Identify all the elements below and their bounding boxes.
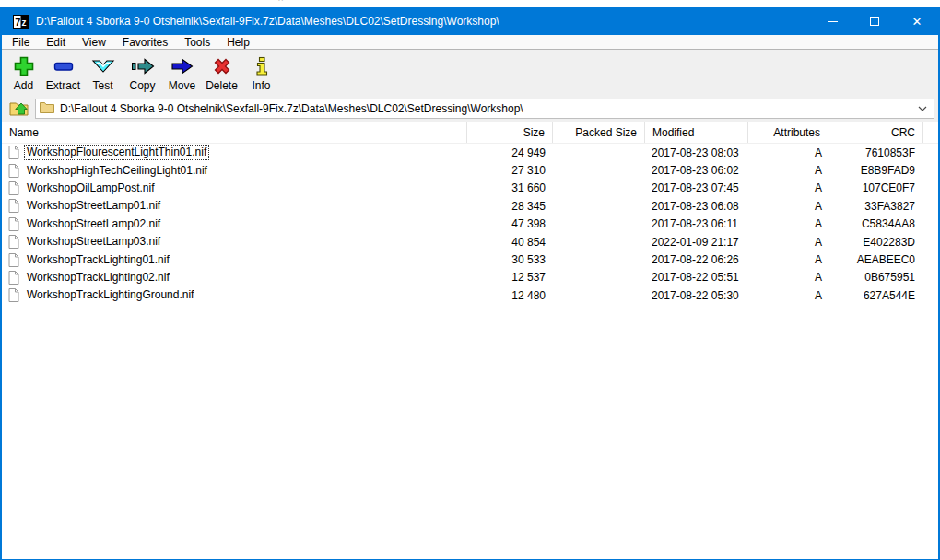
chevron-down-icon[interactable] [915, 106, 930, 111]
file-name: WorkshopOilLampPost.nif [24, 181, 158, 196]
file-attributes: A [748, 217, 828, 230]
close-button[interactable]: ✕ [896, 7, 938, 35]
file-icon [8, 217, 19, 231]
file-attributes: A [748, 236, 828, 249]
minimize-button[interactable] [811, 7, 853, 35]
maximize-button[interactable] [853, 7, 896, 35]
file-modified: 2017-08-23 07:45 [645, 181, 748, 194]
address-path: D:\Fallout 4 Sborka 9-0 Otshelnik\Sexfal… [60, 102, 915, 115]
close-icon: ✕ [912, 16, 922, 28]
background-strip: ⌃ [0, 0, 940, 7]
svg-text:z: z [22, 17, 27, 27]
column-header-packed-size[interactable]: Packed Size [553, 122, 645, 143]
menu-item-favorites[interactable]: Favorites [114, 35, 176, 50]
file-size: 31 660 [467, 181, 553, 194]
file-name-cell: WorkshopStreetLamp01.nif [2, 198, 467, 214]
file-name: WorkshopFlourescentLightThin01.nif [24, 145, 209, 160]
copy-button[interactable]: Copy [123, 52, 162, 92]
screen: ⌃ 7 z D:\Fallout 4 Sborka 9-0 Otshelnik\… [0, 0, 940, 560]
file-list: NameSizePacked SizeModifiedAttributesCRC… [2, 122, 938, 558]
file-size: 28 345 [467, 200, 553, 213]
file-crc: 627A544E [828, 289, 923, 302]
file-name: WorkshopTrackLighting01.nif [24, 252, 172, 268]
toolbar-button-label: Info [252, 79, 270, 92]
file-name: WorkshopStreetLamp02.nif [24, 216, 163, 232]
file-modified: 2017-08-23 06:02 [645, 164, 748, 177]
file-crc: E402283D [828, 236, 923, 249]
file-size: 12 480 [467, 289, 553, 302]
file-icon [8, 146, 19, 159]
file-icon [8, 288, 19, 302]
column-header-attributes[interactable]: Attributes [748, 122, 828, 143]
file-name-cell: WorkshopFlourescentLightThin01.nif [2, 145, 467, 160]
file-modified: 2017-08-23 06:08 [645, 200, 748, 213]
menu-item-help[interactable]: Help [218, 35, 258, 50]
extract-button[interactable]: Extract [43, 52, 83, 92]
up-one-level-button[interactable] [6, 98, 33, 120]
menu-item-tools[interactable]: Tools [176, 35, 218, 50]
file-row[interactable]: WorkshopStreetLamp02.nif47 3982017-08-23… [2, 216, 938, 233]
file-crc: E8B9FAD9 [828, 164, 923, 177]
file-row[interactable]: WorkshopFlourescentLightThin01.nif24 949… [2, 144, 938, 161]
file-crc: 107CE0F7 [828, 181, 923, 194]
file-name-cell: WorkshopStreetLamp02.nif [2, 216, 467, 232]
7zip-window: 7 z D:\Fallout 4 Sborka 9-0 Otshelnik\Se… [0, 7, 940, 560]
file-row[interactable]: WorkshopTrackLightingGround.nif12 480201… [2, 286, 938, 304]
info-icon [251, 54, 273, 78]
menu-item-edit[interactable]: Edit [38, 35, 74, 50]
file-modified: 2017-08-22 05:51 [645, 271, 748, 284]
file-modified: 2017-08-22 05:30 [645, 289, 748, 302]
maximize-icon [870, 17, 879, 26]
file-row[interactable]: WorkshopStreetLamp01.nif28 3452017-08-23… [2, 197, 938, 215]
delete-button[interactable]: Delete [202, 52, 241, 92]
file-row[interactable]: WorkshopHighTechCeilingLight01.nif27 310… [2, 161, 938, 179]
file-name-cell: WorkshopHighTechCeilingLight01.nif [2, 163, 467, 179]
file-name-cell: WorkshopStreetLamp03.nif [2, 234, 467, 250]
move-arrow-icon [170, 54, 195, 78]
column-header-modified[interactable]: Modified [645, 122, 748, 143]
file-name: WorkshopTrackLighting02.nif [24, 270, 172, 286]
column-header-size[interactable]: Size [467, 122, 553, 143]
menu-item-file[interactable]: File [4, 35, 38, 50]
menu-item-view[interactable]: View [74, 35, 114, 50]
file-row[interactable]: WorkshopTrackLighting02.nif12 5372017-08… [2, 269, 938, 286]
toolbar-button-label: Extract [46, 79, 80, 92]
address-bar: D:\Fallout 4 Sborka 9-0 Otshelnik\Sexfal… [2, 95, 938, 122]
add-button[interactable]: Add [4, 52, 43, 92]
title-bar: 7 z D:\Fallout 4 Sborka 9-0 Otshelnik\Se… [2, 7, 938, 35]
svg-text:7: 7 [15, 16, 20, 27]
file-icon [8, 253, 19, 267]
file-crc: C5834AA8 [828, 217, 923, 230]
file-row[interactable]: WorkshopTrackLighting01.nif30 5332017-08… [2, 251, 938, 268]
info-button[interactable]: Info [241, 52, 281, 92]
file-size: 12 537 [467, 271, 553, 284]
file-row[interactable]: WorkshopStreetLamp03.nif40 8542022-01-09… [2, 233, 938, 251]
toolbar-button-label: Test [92, 79, 112, 92]
menu-bar: FileEditViewFavoritesToolsHelp [2, 35, 938, 50]
file-row[interactable]: WorkshopOilLampPost.nif31 6602017-08-23 … [2, 180, 938, 197]
file-attributes: A [748, 253, 828, 266]
file-attributes: A [748, 146, 828, 159]
test-button[interactable]: Test [83, 52, 123, 92]
file-size: 24 949 [467, 146, 553, 159]
file-attributes: A [748, 289, 828, 302]
file-size: 30 533 [467, 253, 553, 266]
file-name: WorkshopStreetLamp01.nif [24, 198, 163, 214]
file-crc: AEABEEC0 [828, 253, 923, 266]
add-plus-icon [13, 54, 35, 78]
file-icon [8, 164, 19, 178]
toolbar: AddExtractTestCopyMoveDeleteInfo [2, 50, 938, 95]
move-button[interactable]: Move [162, 52, 202, 92]
file-icon [8, 181, 19, 195]
toolbar-button-label: Add [14, 79, 33, 92]
file-attributes: A [748, 181, 828, 194]
column-header-name[interactable]: Name [2, 122, 467, 143]
file-modified: 2022-01-09 21:17 [645, 236, 748, 249]
column-header-crc[interactable]: CRC [828, 122, 923, 143]
test-check-icon [91, 54, 115, 78]
file-crc: 33FA3827 [828, 200, 923, 213]
address-combobox[interactable]: D:\Fallout 4 Sborka 9-0 Otshelnik\Sexfal… [35, 99, 934, 119]
file-modified: 2017-08-23 08:03 [645, 146, 748, 159]
file-name: WorkshopTrackLightingGround.nif [24, 287, 196, 303]
file-modified: 2017-08-23 06:11 [645, 217, 748, 230]
